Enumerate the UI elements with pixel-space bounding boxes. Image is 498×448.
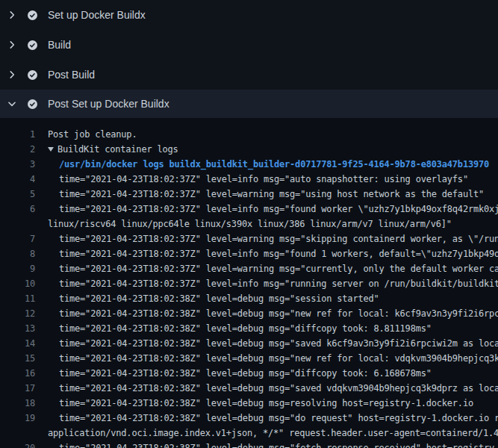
step-header-post-set-up-docker-buildx[interactable]: Post Set up Docker Buildx — [0, 90, 498, 118]
log-line-number — [0, 217, 35, 231]
log-line-number: 10 — [0, 276, 35, 291]
chevron-right-icon — [7, 40, 17, 50]
log-line: 8 time="2021-04-23T18:02:37Z" level=info… — [0, 246, 498, 261]
log-line: 13 time="2021-04-23T18:02:38Z" level=deb… — [0, 321, 498, 336]
log-area: 1 Post job cleanup. 2 BuildKit container… — [0, 118, 498, 448]
log-line-text: linux/riscv64 linux/ppc64le linux/s390x … — [48, 217, 452, 231]
log-line: 4 time="2021-04-23T18:02:37Z" level=info… — [0, 172, 498, 187]
log-line-number: 12 — [0, 306, 35, 321]
log-line-text: time="2021-04-23T18:02:38Z" level=debug … — [59, 381, 498, 396]
step-header-post-build[interactable]: Post Build — [0, 60, 498, 90]
step-header-set-up-docker-buildx[interactable]: Set up Docker Buildx — [0, 0, 498, 30]
log-line: 15 time="2021-04-23T18:02:38Z" level=deb… — [0, 351, 498, 366]
check-circle-icon — [27, 40, 37, 50]
chevron-right-icon — [7, 10, 17, 20]
log-line-text: time="2021-04-23T18:02:38Z" level=debug … — [59, 306, 498, 321]
log-line: 9 time="2021-04-23T18:02:37Z" level=warn… — [0, 261, 498, 276]
log-line-text: time="2021-04-23T18:02:37Z" level=info m… — [59, 172, 468, 187]
group-caret-icon — [48, 147, 54, 152]
chevron-right-icon — [7, 69, 17, 80]
log-line-number: 1 — [0, 127, 35, 142]
log-line-number: 15 — [0, 351, 35, 366]
log-line-number: 13 — [0, 321, 35, 336]
log-line: 3 /usr/bin/docker logs buildx_buildkit_b… — [0, 157, 498, 172]
log-line: 17 time="2021-04-23T18:02:38Z" level=deb… — [0, 381, 498, 396]
log-line-number: 9 — [0, 261, 35, 276]
log-line-number: 16 — [0, 366, 35, 381]
step-label: Build — [48, 39, 71, 51]
log-line-text: Post job cleanup. — [48, 127, 137, 142]
log-line-number: 3 — [0, 157, 35, 172]
log-line-text: time="2021-04-23T18:02:38Z" level=debug … — [59, 351, 498, 366]
log-line: 7 time="2021-04-23T18:02:37Z" level=warn… — [0, 231, 498, 246]
log-line-text: time="2021-04-23T18:02:37Z" level=info m… — [59, 276, 498, 291]
log-line-number: 17 — [0, 381, 35, 396]
log-line-text: time="2021-04-23T18:02:37Z" level=warnin… — [59, 187, 484, 202]
log-line-number: 5 — [0, 187, 35, 202]
log-line: application/vnd.oci.image.index.v1+json,… — [0, 426, 498, 441]
log-line-text: application/vnd.oci.image.index.v1+json,… — [48, 426, 498, 441]
log-line-number: 14 — [0, 336, 35, 351]
check-circle-icon — [27, 99, 37, 109]
log-line: 1 Post job cleanup. — [0, 127, 498, 142]
step-label: Post Build — [48, 69, 95, 81]
check-circle-icon — [27, 69, 37, 80]
log-line-number: 6 — [0, 202, 35, 217]
log-line-number: 18 — [0, 396, 35, 411]
log-line: 10 time="2021-04-23T18:02:37Z" level=inf… — [0, 276, 498, 291]
log-line-text: time="2021-04-23T18:02:38Z" level=debug … — [59, 336, 498, 351]
log-line-number — [0, 426, 35, 441]
step-header-build[interactable]: Build — [0, 30, 498, 60]
log-line: 20 time="2021-04-23T18:02:38Z" level=deb… — [0, 441, 498, 448]
log-line-text: time="2021-04-23T18:02:37Z" level=warnin… — [59, 261, 498, 276]
log-group-header[interactable]: BuildKit container logs — [48, 142, 178, 157]
log-line-number: 7 — [0, 231, 35, 246]
steps-list: Set up Docker Buildx Build Post Build — [0, 0, 498, 118]
step-label: Post Set up Docker Buildx — [48, 98, 169, 110]
log-line-number: 4 — [0, 172, 35, 187]
log-line-text: time="2021-04-23T18:02:38Z" level=debug … — [59, 441, 498, 448]
log-line-number: 2 — [0, 142, 35, 157]
log-line: 18 time="2021-04-23T18:02:38Z" level=deb… — [0, 396, 498, 411]
log-line: 2 BuildKit container logs — [0, 142, 498, 157]
log-line: 16 time="2021-04-23T18:02:38Z" level=deb… — [0, 366, 498, 381]
log-line: 11 time="2021-04-23T18:02:38Z" level=deb… — [0, 291, 498, 306]
log-line-number: 8 — [0, 246, 35, 261]
log-line: 5 time="2021-04-23T18:02:37Z" level=warn… — [0, 187, 498, 202]
log-line: 12 time="2021-04-23T18:02:38Z" level=deb… — [0, 306, 498, 321]
log-line: 14 time="2021-04-23T18:02:38Z" level=deb… — [0, 336, 498, 351]
check-circle-icon — [27, 10, 37, 20]
log-line: linux/riscv64 linux/ppc64le linux/s390x … — [0, 217, 498, 231]
log-command-text: /usr/bin/docker logs buildx_buildkit_bui… — [59, 157, 489, 172]
log-line: 19 time="2021-04-23T18:02:38Z" level=deb… — [0, 411, 498, 426]
log-line-text: time="2021-04-23T18:02:38Z" level=debug … — [59, 291, 379, 306]
log-line: 6 time="2021-04-23T18:02:37Z" level=info… — [0, 202, 498, 217]
log-line-text: time="2021-04-23T18:02:38Z" level=debug … — [59, 321, 432, 336]
log-line-text: time="2021-04-23T18:02:38Z" level=debug … — [59, 396, 473, 411]
log-line-number: 20 — [0, 441, 35, 448]
log-line-text: time="2021-04-23T18:02:37Z" level=info m… — [59, 246, 498, 261]
log-line-text: time="2021-04-23T18:02:37Z" level=info m… — [59, 202, 498, 217]
log-line-text: time="2021-04-23T18:02:38Z" level=debug … — [59, 366, 432, 381]
log-line-number: 11 — [0, 291, 35, 306]
step-label: Set up Docker Buildx — [48, 9, 146, 21]
chevron-down-icon — [7, 99, 17, 109]
log-line-text: time="2021-04-23T18:02:37Z" level=warnin… — [59, 231, 498, 246]
log-line-number: 19 — [0, 411, 35, 426]
log-line-text: time="2021-04-23T18:02:38Z" level=debug … — [59, 411, 498, 426]
